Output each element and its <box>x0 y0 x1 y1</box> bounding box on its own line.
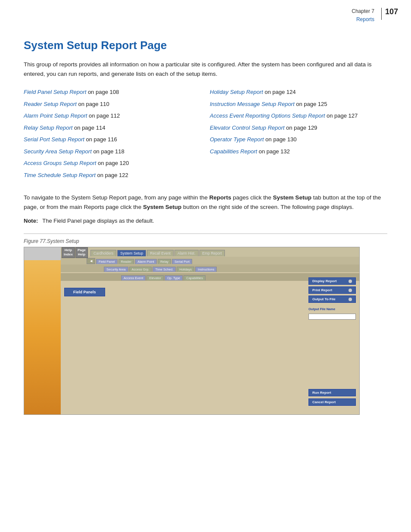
tab4-access-event[interactable]: Access Event <box>121 275 146 280</box>
output-to-file-button[interactable]: Output To File <box>308 296 356 303</box>
list-item: Holiday Setup Report on page 124 <box>210 88 387 96</box>
capabilities-report-link[interactable]: Capabilities Report <box>210 148 257 155</box>
display-report-radio <box>349 280 352 283</box>
list-item: Access Event Reporting Options Setup Rep… <box>210 112 387 120</box>
access-groups-link[interactable]: Access Groups Setup Report <box>24 160 96 166</box>
chapter-label: Chapter 7 <box>352 8 374 15</box>
left-panel <box>24 247 61 415</box>
tab-bar-row1: HelpIndex PageHelp Cardholders System Se… <box>61 247 359 257</box>
tab-bar-row3: Security Area Access Grp. Time Sched. Ho… <box>61 264 359 272</box>
links-section: Field Panel Setup Report on page 108 Rea… <box>24 88 387 183</box>
link-page-text: on page 110 <box>77 101 109 107</box>
elevator-control-link[interactable]: Elevator Control Setup Report <box>210 124 284 131</box>
tab-alarm-hist[interactable]: Alarm Hist. <box>174 250 199 256</box>
field-panel-link[interactable]: Field Panel Setup Report <box>24 89 86 95</box>
tab-recall-event[interactable]: Recall Event <box>147 250 174 256</box>
list-item: Field Panel Setup Report on page 108 <box>24 88 201 96</box>
links-right-col: Holiday Setup Report on page 124 Instruc… <box>210 88 387 183</box>
run-cancel-buttons: Run Report Cancel Report <box>308 388 356 406</box>
back-icon[interactable]: ◀ <box>87 258 95 264</box>
security-area-link[interactable]: Security Area Setup Report <box>24 148 92 155</box>
list-item: Operator Type Report on page 130 <box>210 135 387 144</box>
tab2-alarm-point[interactable]: Alarm Point <box>135 259 157 264</box>
tab-cardholders[interactable]: Cardholders <box>90 250 116 256</box>
page-help-button[interactable]: PageHelp <box>75 247 88 258</box>
link-page-text: on page 127 <box>325 112 358 119</box>
list-item: Access Groups Setup Report on page 120 <box>24 159 201 168</box>
output-file-name-label: Output File Name <box>308 307 356 311</box>
time-schedule-link[interactable]: Time Schedule Setup Report <box>24 172 96 178</box>
note-row: Note: The Field Panel page displays as t… <box>24 218 387 224</box>
run-report-button[interactable]: Run Report <box>308 389 356 396</box>
tab4-capabilities[interactable]: Capabilities <box>184 275 206 280</box>
link-page-text: on page 112 <box>87 112 120 119</box>
link-page-text: on page 129 <box>284 124 317 131</box>
tab2-reader[interactable]: Reader <box>118 259 134 264</box>
tab-emp-report[interactable]: Emp Report <box>199 250 225 256</box>
link-page-text: on page 125 <box>295 101 327 107</box>
link-page-text: on page 132 <box>257 148 290 155</box>
bold-reports: Reports <box>209 194 231 201</box>
tab2-serial-port[interactable]: Serial Port <box>172 259 192 264</box>
display-report-row: Display Report <box>308 277 356 286</box>
page-container: Chapter 7 Reports 107 System Setup Repor… <box>0 0 411 532</box>
header-reports: Reports <box>352 16 374 23</box>
link-page-text: on page 120 <box>96 160 129 166</box>
tab4-op-type[interactable]: Op. Type <box>165 275 183 280</box>
list-item: Capabilities Report on page 132 <box>210 147 387 156</box>
print-report-button[interactable]: Print Report <box>308 286 356 294</box>
tab2-field-panel[interactable]: Field Panel <box>96 259 118 264</box>
bold-system-setup-2: System Setup <box>143 204 181 210</box>
page-number: 107 <box>385 8 398 16</box>
nav-paragraph: To navigate to the System Setup Report p… <box>24 193 387 212</box>
serial-port-link[interactable]: Serial Port Setup Report <box>24 136 84 143</box>
bold-system-setup-1: System Setup <box>273 194 311 201</box>
print-report-row: Print Report <box>308 286 356 296</box>
operator-type-link[interactable]: Operator Type Report <box>210 136 264 143</box>
list-item: Reader Setup Report on page 110 <box>24 100 201 109</box>
list-item: Alarm Point Setup Report on page 112 <box>24 112 201 120</box>
field-panels-button[interactable]: Field Panels <box>64 288 105 296</box>
tab3-security-area[interactable]: Security Area <box>104 267 128 272</box>
tab3-time-sched[interactable]: Time Sched. <box>153 267 176 272</box>
figure-caption: Figure 77.System Setup <box>24 238 387 244</box>
note-label: Note: <box>24 218 38 224</box>
instruction-message-link[interactable]: Instruction Message Setup Report <box>210 101 295 107</box>
header-area: Chapter 7 Reports 107 <box>352 8 398 23</box>
intro-paragraph: This group of reports provides all infor… <box>24 60 387 78</box>
tab2-relay[interactable]: Relay <box>158 259 171 264</box>
section-divider <box>24 233 387 234</box>
alarm-point-link[interactable]: Alarm Point Setup Report <box>24 112 87 119</box>
link-page-text: on page 108 <box>86 89 119 95</box>
tab3-holidays[interactable]: Holidays <box>177 267 194 272</box>
link-page-text: on page 118 <box>92 148 125 155</box>
holiday-setup-link[interactable]: Holiday Setup Report <box>210 89 263 95</box>
reader-setup-link[interactable]: Reader Setup Report <box>24 101 77 107</box>
tab-system-setup[interactable]: System Setup <box>117 250 146 256</box>
screenshot-box: HelpIndex PageHelp Cardholders System Se… <box>24 247 360 415</box>
page-title: System Setup Report Page <box>24 39 387 52</box>
right-buttons-panel: Display Report Print Report Output To Fi… <box>308 277 356 320</box>
link-page-text: on page 114 <box>72 124 105 131</box>
output-file-name-input[interactable] <box>308 314 356 320</box>
cancel-report-button[interactable]: Cancel Report <box>308 398 356 406</box>
output-to-file-label: Output To File <box>312 297 336 301</box>
list-item: Elevator Control Setup Report on page 12… <box>210 124 387 132</box>
note-text: The Field Panel page displays as the def… <box>42 218 154 224</box>
print-report-label: Print Report <box>312 288 332 292</box>
output-to-file-row: Output To File <box>308 296 356 305</box>
access-event-reporting-link[interactable]: Access Event Reporting Options Setup Rep… <box>210 112 325 119</box>
links-left-col: Field Panel Setup Report on page 108 Rea… <box>24 88 210 183</box>
relay-setup-link[interactable]: Relay Setup Report <box>24 124 72 131</box>
display-report-label: Display Report <box>312 279 336 283</box>
link-page-text: on page 116 <box>84 136 117 143</box>
help-index-button[interactable]: HelpIndex <box>62 247 75 258</box>
tab3-access-grp[interactable]: Access Grp. <box>129 267 152 272</box>
list-item: Instruction Message Setup Report on page… <box>210 100 387 109</box>
tab3-instructions[interactable]: Instructions <box>195 267 217 272</box>
display-report-button[interactable]: Display Report <box>308 277 356 285</box>
help-buttons: HelpIndex PageHelp <box>62 247 88 258</box>
tab4-elevator[interactable]: Elevator <box>146 275 164 280</box>
list-item: Relay Setup Report on page 114 <box>24 124 201 132</box>
field-panels-area: Field Panels <box>64 288 308 301</box>
